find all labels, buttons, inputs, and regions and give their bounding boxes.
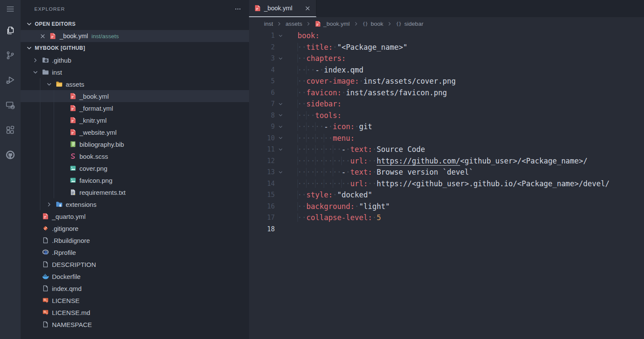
yml-file-icon xyxy=(70,105,76,112)
breadcrumb: instassets_book.yml{}book{}sidebar xyxy=(249,17,644,30)
breadcrumb-item-inst[interactable]: inst xyxy=(264,21,273,27)
tree-item-label: .gitignore xyxy=(52,225,79,232)
chevron-down-icon xyxy=(45,81,53,88)
code-line-18[interactable]: 18 xyxy=(249,224,644,235)
fold-chevron-down-icon[interactable] xyxy=(275,110,286,121)
fold-chevron-down-icon[interactable] xyxy=(275,121,286,133)
tree-item-label: bibliography.bib xyxy=(79,141,124,148)
open-editors-section-header[interactable]: OPEN EDITORS xyxy=(21,18,249,30)
code-line-2[interactable]: 2··title:·"<Package_name>" xyxy=(249,42,644,53)
code-line-13[interactable]: 13··········-·text:·Browse version `deve… xyxy=(249,166,644,178)
code-line-4[interactable]: 4····-·index.qmd xyxy=(249,64,644,76)
code-line-9[interactable]: 9······-·icon:·git xyxy=(249,121,644,133)
plain-file-icon xyxy=(42,261,49,268)
code-line-7[interactable]: 7··sidebar: xyxy=(249,98,644,110)
breadcrumb-item-_book.yml[interactable]: _book.yml xyxy=(315,21,350,27)
tree-item-assets[interactable]: assets xyxy=(21,78,249,90)
breadcrumb-separator-icon xyxy=(276,21,282,27)
tree-item-Dockerfile[interactable]: Dockerfile xyxy=(21,270,249,282)
chevron-down-icon xyxy=(26,21,33,27)
code-line-8[interactable]: 8····tools: xyxy=(249,110,644,121)
close-icon[interactable] xyxy=(39,33,46,39)
open-editor-path: inst/assets xyxy=(91,33,119,39)
code-line-12[interactable]: 12············url:··https://github.com/<… xyxy=(249,155,644,167)
breadcrumb-label: _book.yml xyxy=(323,21,350,27)
breadcrumb-label: inst xyxy=(264,21,273,27)
code-line-1[interactable]: 1book: xyxy=(249,30,644,42)
tree-item-.Rprofile[interactable]: R.Rprofile xyxy=(21,246,249,258)
fold-placeholder xyxy=(275,212,286,224)
code-line-text: ··title:·"<Package_name>" xyxy=(286,42,407,53)
tab-book-yml[interactable]: _book.yml xyxy=(249,0,316,17)
fold-placeholder xyxy=(275,189,286,201)
breadcrumb-item-assets[interactable]: assets xyxy=(286,21,302,27)
fold-chevron-down-icon[interactable] xyxy=(275,166,286,178)
tree-item-label: .Rbuildignore xyxy=(52,237,90,244)
tree-item-.github[interactable]: .github xyxy=(21,54,249,66)
breadcrumb-item-book[interactable]: {}book xyxy=(362,21,383,27)
tree-item-.Rbuildignore[interactable]: .Rbuildignore xyxy=(21,234,249,246)
code-line-text: ··style:·"docked" xyxy=(286,189,372,201)
fold-chevron-down-icon[interactable] xyxy=(275,30,286,42)
tree-item-_quarto.yml[interactable]: _quarto.yml xyxy=(21,210,249,222)
tree-item-inst[interactable]: inst xyxy=(21,66,249,78)
chevron-placeholder xyxy=(31,213,39,220)
remote-icon xyxy=(5,100,15,110)
activity-item-source-control[interactable] xyxy=(0,43,21,68)
open-editor-item-_book.yml[interactable]: _book.ymlinst/assets xyxy=(21,30,249,42)
tree-item-label: LICENSE xyxy=(52,297,79,304)
chevron-placeholder xyxy=(31,261,39,268)
fold-chevron-down-icon[interactable] xyxy=(275,133,286,144)
tree-item-.gitignore[interactable]: .gitignore xyxy=(21,222,249,234)
tree-item-NAMESPACE[interactable]: NAMESPACE xyxy=(21,318,249,330)
tree-item-index.qmd[interactable]: index.qmd xyxy=(21,282,249,294)
activity-item-menu[interactable] xyxy=(0,0,21,18)
code-line-10[interactable]: 10········menu: xyxy=(249,133,644,144)
tree-item-_website.yml[interactable]: _website.yml xyxy=(21,126,249,138)
yml-file-icon xyxy=(70,117,76,124)
tree-item-extensions[interactable]: extensions xyxy=(21,198,249,210)
tree-item-LICENSE.md[interactable]: LICENSE.md xyxy=(21,306,249,318)
fold-placeholder xyxy=(275,155,286,167)
code-line-16[interactable]: 16··background:·"light" xyxy=(249,201,644,212)
code-line-11[interactable]: 11··········-·text:·Source Code xyxy=(249,144,644,155)
line-number: 5 xyxy=(249,76,275,87)
yml-file-icon xyxy=(70,93,76,100)
code-line-5[interactable]: 5··cover-image:·inst/assets/cover.png xyxy=(249,76,644,87)
folder-icon xyxy=(42,69,49,76)
fold-chevron-down-icon[interactable] xyxy=(275,53,286,64)
code-line-15[interactable]: 15··style:·"docked" xyxy=(249,189,644,201)
tree-item-_format.yml[interactable]: _format.yml xyxy=(21,102,249,114)
activity-item-github[interactable] xyxy=(0,142,21,167)
activity-item-explorer[interactable] xyxy=(0,18,21,43)
tree-item-DESCRIPTION[interactable]: DESCRIPTION xyxy=(21,258,249,270)
fold-chevron-down-icon[interactable] xyxy=(275,98,286,110)
code-line-text: ··background:·"light" xyxy=(286,201,390,212)
tree-item-book.scss[interactable]: book.scss xyxy=(21,150,249,162)
line-number: 4 xyxy=(249,64,275,76)
activity-item-remote-explorer[interactable] xyxy=(0,93,21,118)
tree-item-_book.yml[interactable]: _book.yml xyxy=(21,90,249,102)
tree-item-_knitr.yml[interactable]: _knitr.yml xyxy=(21,114,249,126)
tree-item-bibliography.bib[interactable]: bibliography.bib xyxy=(21,138,249,150)
tree-item-label: Dockerfile xyxy=(52,273,81,280)
fold-chevron-down-icon[interactable] xyxy=(275,144,286,155)
code-line-3[interactable]: 3··chapters: xyxy=(249,53,644,64)
code-line-17[interactable]: 17··collapse-level:·5 xyxy=(249,212,644,224)
activity-item-extensions[interactable] xyxy=(0,118,21,142)
tree-item-LICENSE[interactable]: LICENSE xyxy=(21,294,249,306)
chevron-placeholder xyxy=(58,153,67,160)
code-line-6[interactable]: 6··favicon:·inst/assets/favicon.png xyxy=(249,87,644,99)
activity-item-run-debug[interactable] xyxy=(0,68,21,93)
tree-item-favicon.png[interactable]: favicon.png xyxy=(21,174,249,186)
workspace-section-header[interactable]: MYBOOK [GITHUB] xyxy=(21,42,249,54)
breadcrumb-item-sidebar[interactable]: {}sidebar xyxy=(396,21,423,27)
fold-placeholder xyxy=(275,178,286,190)
tree-item-requirements.txt[interactable]: requirements.txt xyxy=(21,186,249,198)
code-line-14[interactable]: 14············url:··https://<github_user… xyxy=(249,178,644,190)
more-actions-icon[interactable] xyxy=(234,6,241,12)
git-icon xyxy=(42,225,49,232)
line-number: 10 xyxy=(249,133,275,144)
tree-item-cover.png[interactable]: cover.png xyxy=(21,162,249,174)
close-icon[interactable] xyxy=(304,5,311,12)
